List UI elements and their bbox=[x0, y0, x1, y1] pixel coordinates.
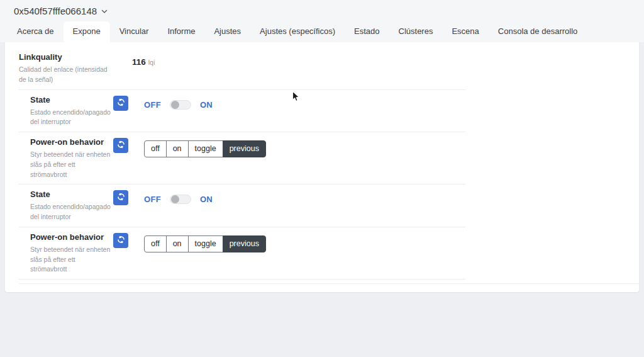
tab-consola-de-desarrollo[interactable]: Consola de desarrollo bbox=[489, 21, 587, 42]
linkquality-number: 116 bbox=[132, 57, 146, 67]
refresh-button[interactable] bbox=[113, 138, 128, 153]
tab-expone[interactable]: Expone bbox=[64, 21, 110, 42]
refresh-button[interactable] bbox=[113, 190, 128, 205]
tab-acerca-de[interactable]: Acerca de bbox=[8, 21, 64, 42]
state-switch[interactable] bbox=[170, 195, 191, 204]
feature-name: Power-on behavior bbox=[30, 137, 113, 147]
control-column: off on toggle previous bbox=[137, 232, 465, 252]
card-bottom-divider bbox=[19, 283, 639, 284]
feature-description: Estado encendido/apagado del interruptor bbox=[30, 202, 113, 222]
tab-escena[interactable]: Escena bbox=[442, 21, 488, 42]
option-on-button[interactable]: on bbox=[166, 140, 189, 157]
expose-row-power-on-behavior-1: Power-on behavior Styr beteendet när enh… bbox=[19, 132, 465, 184]
power-on-behavior-options: off on toggle previous bbox=[144, 140, 266, 157]
control-column: OFF ON bbox=[137, 95, 465, 110]
refresh-column bbox=[113, 190, 137, 205]
feature-name: State bbox=[30, 95, 113, 105]
chevron-down-icon bbox=[101, 9, 108, 14]
switch-knob bbox=[171, 195, 179, 203]
feature-description: Estado encendido/apagado del interruptor bbox=[30, 108, 113, 128]
device-title-dropdown[interactable]: 0x540f57fffe066148 bbox=[0, 0, 114, 20]
refresh-column bbox=[113, 232, 137, 248]
option-previous-button[interactable]: previous bbox=[223, 235, 266, 252]
feature-label-block: Power-on behavior Styr beteendet när enh… bbox=[19, 137, 113, 179]
refresh-button[interactable] bbox=[113, 96, 128, 111]
linkquality-value: 116lqi bbox=[113, 52, 155, 67]
toggle-off-label[interactable]: OFF bbox=[144, 100, 161, 110]
feature-label-block: Linkquality Calidad del enlace (intensid… bbox=[19, 52, 113, 85]
option-previous-button[interactable]: previous bbox=[223, 140, 266, 157]
control-column: off on toggle previous bbox=[137, 137, 465, 157]
linkquality-unit: lqi bbox=[148, 59, 155, 66]
option-toggle-button[interactable]: toggle bbox=[188, 140, 223, 157]
state-toggle: OFF ON bbox=[144, 98, 213, 110]
expose-row-state-1: State Estado encendido/apagado del inter… bbox=[19, 90, 465, 133]
top-bar: 0x540f57fffe066148 Acerca de Expone Vinc… bbox=[0, 0, 644, 42]
toggle-on-label[interactable]: ON bbox=[200, 195, 213, 204]
expose-row-state-2: State Estado encendido/apagado del inter… bbox=[19, 184, 465, 227]
state-toggle: OFF ON bbox=[144, 193, 213, 204]
option-off-button[interactable]: off bbox=[144, 140, 167, 157]
power-on-behavior-options: off on toggle previous bbox=[144, 235, 266, 252]
refresh-icon bbox=[117, 193, 125, 203]
option-on-button[interactable]: on bbox=[166, 235, 189, 252]
tab-ajustes-especificos[interactable]: Ajustes (específicos) bbox=[250, 21, 345, 42]
refresh-icon bbox=[117, 98, 125, 108]
tab-estado[interactable]: Estado bbox=[345, 21, 389, 42]
feature-description: Calidad del enlace (intensidad de la señ… bbox=[19, 65, 113, 85]
feature-description: Styr beteendet när enheten slås på efter… bbox=[30, 245, 113, 275]
feature-name: Power-on behavior bbox=[30, 232, 113, 242]
refresh-icon bbox=[117, 235, 125, 246]
tab-bar: Acerca de Expone Vincular Informe Ajuste… bbox=[0, 21, 644, 42]
exposes-list: Linkquality Calidad del enlace (intensid… bbox=[5, 51, 639, 280]
feature-name: Linkquality bbox=[19, 52, 113, 62]
option-off-button[interactable]: off bbox=[144, 235, 167, 252]
state-switch[interactable] bbox=[170, 100, 191, 110]
refresh-icon bbox=[117, 140, 125, 150]
feature-label-block: State Estado encendido/apagado del inter… bbox=[19, 95, 113, 128]
toggle-off-label[interactable]: OFF bbox=[144, 195, 161, 204]
refresh-button[interactable] bbox=[113, 233, 128, 248]
tab-clusteres[interactable]: Clústeres bbox=[389, 21, 443, 42]
feature-description: Styr beteendet när enheten slås på efter… bbox=[30, 150, 113, 179]
tab-informe[interactable]: Informe bbox=[158, 21, 204, 42]
switch-knob bbox=[171, 101, 179, 109]
tab-ajustes[interactable]: Ajustes bbox=[204, 21, 250, 42]
feature-label-block: Power-on behavior Styr beteendet när enh… bbox=[19, 232, 113, 275]
control-column: OFF ON bbox=[137, 190, 465, 205]
tab-vincular[interactable]: Vincular bbox=[110, 21, 158, 42]
toggle-on-label[interactable]: ON bbox=[200, 100, 213, 110]
refresh-column bbox=[113, 95, 137, 111]
feature-label-block: State Estado encendido/apagado del inter… bbox=[19, 190, 113, 222]
expose-row-linkquality: Linkquality Calidad del enlace (intensid… bbox=[19, 51, 465, 90]
feature-name: State bbox=[30, 190, 113, 199]
expose-row-power-on-behavior-2: Power-on behavior Styr beteendet när enh… bbox=[19, 227, 465, 280]
device-title: 0x540f57fffe066148 bbox=[14, 6, 97, 16]
option-toggle-button[interactable]: toggle bbox=[188, 235, 223, 252]
refresh-column bbox=[113, 137, 137, 153]
exposes-card: Linkquality Calidad del enlace (intensid… bbox=[5, 42, 639, 292]
